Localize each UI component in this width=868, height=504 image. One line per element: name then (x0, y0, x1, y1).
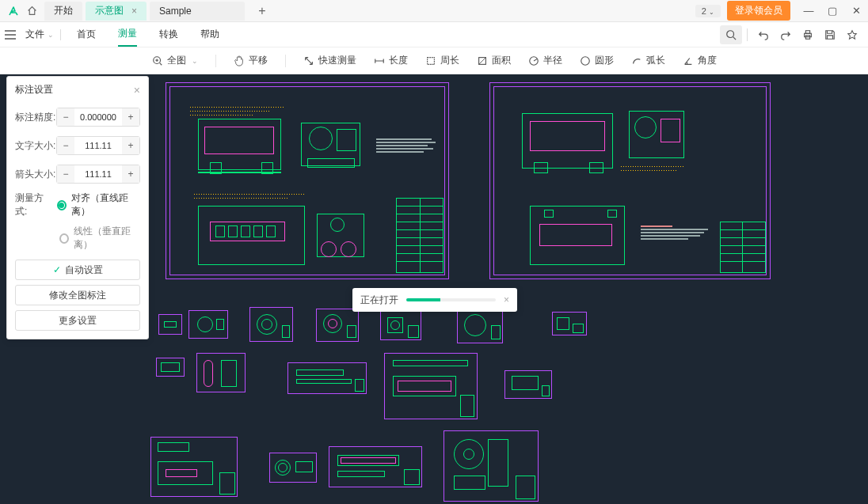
add-tab-button[interactable]: + (254, 4, 270, 18)
radio-aligned[interactable] (57, 200, 67, 210)
increment-button[interactable]: + (122, 137, 139, 154)
modify-all-button[interactable]: 修改全图标注 (15, 285, 140, 305)
length-icon (374, 55, 385, 66)
drawing-thumb (384, 353, 478, 419)
drawing-thumb (444, 430, 539, 502)
tool-zoom-extents[interactable]: 全图 ⌄ (152, 54, 198, 67)
menu-home[interactable]: 首页 (77, 23, 96, 46)
drawing-thumb (287, 362, 367, 394)
radio-linear[interactable] (59, 233, 69, 244)
auto-setting-button[interactable]: ✓自动设置 (15, 260, 140, 280)
drawing-thumb (552, 312, 587, 335)
hamburger-icon[interactable] (5, 30, 21, 40)
arc-length-icon (631, 55, 642, 66)
arrowsize-stepper[interactable]: − 111.11 + (56, 165, 140, 184)
increment-button[interactable]: + (122, 108, 139, 126)
loading-label: 正在打开 (360, 294, 398, 307)
zoom-extents-icon (152, 55, 163, 66)
drawing-thumb (457, 309, 503, 343)
tab-label: 示意图 (95, 4, 124, 17)
favorite-icon[interactable] (841, 25, 863, 44)
drawing-thumb (196, 353, 246, 392)
radius-icon (528, 55, 539, 66)
close-icon[interactable]: × (134, 84, 140, 97)
decrement-button[interactable]: − (57, 108, 74, 126)
search-icon[interactable] (720, 25, 742, 44)
perimeter-icon (425, 55, 436, 66)
tool-radius[interactable]: 半径 (528, 54, 562, 67)
arrowsize-value[interactable]: 111.11 (74, 169, 122, 179)
close-icon[interactable]: × (131, 6, 137, 17)
method-label: 测量方式: (15, 191, 52, 218)
drawing-thumb (156, 358, 185, 377)
progress-bar (406, 298, 496, 301)
home-icon[interactable] (27, 6, 44, 16)
decrement-button[interactable]: − (57, 165, 74, 183)
tab-start[interactable]: 开始 (44, 2, 82, 21)
tool-perimeter[interactable]: 周长 (425, 54, 459, 67)
radio-label: 线性（垂直距离） (74, 225, 140, 252)
decrement-button[interactable]: − (57, 137, 74, 154)
drawing-thumb (249, 307, 293, 342)
close-icon[interactable]: × (504, 294, 509, 305)
more-settings-button[interactable]: 更多设置 (15, 310, 140, 331)
menu-help[interactable]: 帮助 (200, 23, 219, 46)
version-badge[interactable]: 2 ⌄ (695, 5, 721, 17)
tab-label: Sample (159, 6, 192, 17)
textsize-label: 文字大小: (15, 139, 56, 153)
svg-point-0 (727, 30, 734, 37)
close-window-button[interactable]: ✕ (844, 5, 868, 17)
drawing-thumb (150, 437, 238, 497)
arrowsize-label: 箭头大小: (15, 168, 56, 181)
circle-icon (580, 55, 591, 66)
measure-toolbar: 全图 ⌄ 平移 快速测量 长度 周长 面积 半径 圆形 弧长 角度 (0, 47, 868, 74)
annotation-settings-panel: 标注设置 × 标注精度: − 0.000000 + 文字大小: − 111.11… (6, 76, 149, 339)
undo-icon[interactable] (752, 25, 775, 44)
drawing-frame (166, 82, 449, 279)
tool-circle[interactable]: 圆形 (580, 54, 614, 67)
tool-arc-length[interactable]: 弧长 (631, 54, 665, 67)
tab-schematic[interactable]: 示意图 × (86, 2, 147, 21)
maximize-button[interactable]: ▢ (820, 5, 844, 17)
minimize-button[interactable]: — (797, 5, 820, 17)
tool-angle[interactable]: 角度 (683, 54, 717, 67)
textsize-value[interactable]: 111.11 (74, 141, 122, 150)
print-icon[interactable] (797, 25, 819, 44)
drawing-frame (489, 82, 771, 279)
radio-label: 对齐（直线距离） (71, 191, 140, 218)
file-menu[interactable]: 文件⌄ (25, 28, 61, 41)
save-icon[interactable] (819, 25, 841, 44)
tool-pan[interactable]: 平移 (234, 54, 268, 67)
area-icon (477, 55, 488, 66)
drawing-thumb (380, 310, 421, 340)
drawing-thumb (329, 446, 422, 487)
increment-button[interactable]: + (122, 165, 139, 183)
precision-value[interactable]: 0.000000 (74, 112, 122, 122)
svg-rect-5 (427, 57, 434, 64)
menu-convert[interactable]: 转换 (159, 23, 178, 46)
menu-measure[interactable]: 测量 (118, 22, 137, 47)
app-logo-icon (5, 2, 22, 20)
loading-toast: 正在打开 × (352, 288, 517, 312)
login-button[interactable]: 登录领会员 (727, 1, 790, 21)
angle-icon (683, 55, 694, 66)
tool-length[interactable]: 长度 (374, 54, 408, 67)
chevron-down-icon: ⌄ (192, 57, 198, 65)
title-bar: 开始 示意图 × Sample + 2 ⌄ 登录领会员 — ▢ ✕ (0, 0, 868, 22)
menu-bar: 文件⌄ 首页 测量 转换 帮助 (0, 22, 868, 47)
pan-icon (234, 55, 245, 66)
panel-title: 标注设置 (15, 83, 53, 97)
precision-label: 标注精度: (15, 111, 56, 124)
drawing-thumb (316, 309, 359, 342)
drawing-thumb (504, 370, 552, 399)
textsize-stepper[interactable]: − 111.11 + (56, 136, 140, 155)
drawing-thumb (269, 453, 317, 483)
tool-area[interactable]: 面积 (477, 54, 511, 67)
redo-icon[interactable] (775, 25, 797, 44)
svg-rect-2 (805, 30, 809, 33)
tab-sample[interactable]: Sample (150, 2, 245, 21)
drawing-thumb (158, 314, 182, 335)
drawing-thumb (188, 310, 228, 339)
tool-quick-measure[interactable]: 快速测量 (303, 54, 356, 67)
precision-stepper[interactable]: − 0.000000 + (56, 108, 140, 127)
